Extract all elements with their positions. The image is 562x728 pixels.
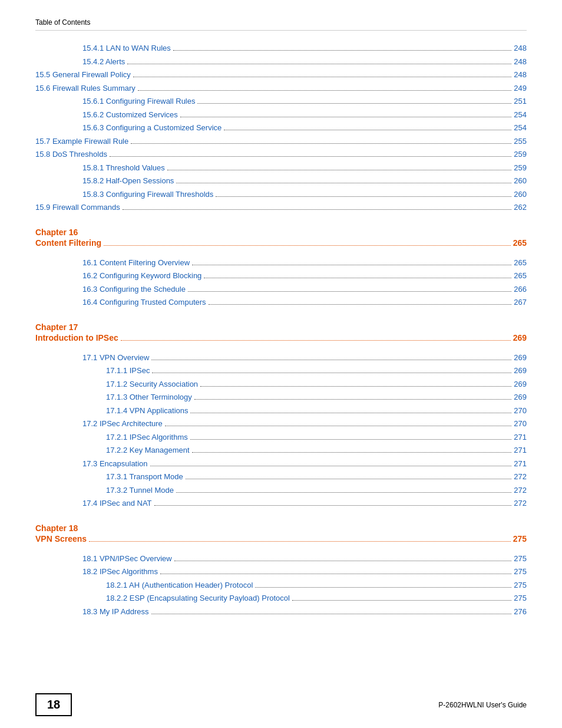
entry-title: 17.3 Encapsulation xyxy=(82,458,148,470)
entry-title: 15.8.3 Configuring Firewall Thresholds xyxy=(82,189,213,200)
toc-entry: 15.4.1 LAN to WAN Rules248 xyxy=(82,42,527,54)
entry-title: 15.4.1 LAN to WAN Rules xyxy=(82,42,171,54)
entry-page-number: 272 xyxy=(514,471,527,483)
toc-entry: 17.1 VPN Overview269 xyxy=(82,352,527,364)
chapter-dots xyxy=(89,541,510,542)
entry-page-number: 259 xyxy=(514,162,527,174)
entry-page-number: 272 xyxy=(514,498,527,509)
toc-entry: 15.8.2 Half-Open Sessions260 xyxy=(82,175,527,187)
toc-entry: 17.3 Encapsulation271 xyxy=(82,458,527,470)
footer-page-number: 18 xyxy=(35,693,72,716)
toc-entry: 15.8.1 Threshold Values259 xyxy=(82,162,527,174)
entry-dots xyxy=(138,90,512,91)
entry-page-number: 271 xyxy=(514,444,527,456)
entry-page-number: 275 xyxy=(514,553,527,565)
chapter-label: Chapter 18 xyxy=(35,523,78,533)
toc-entry: 18.2.2 ESP (Encapsulating Security Paylo… xyxy=(106,592,527,604)
entry-page-number: 271 xyxy=(514,458,527,470)
chapter-title: VPN Screens xyxy=(35,534,87,543)
entry-page-number: 260 xyxy=(514,189,527,200)
entry-title: 17.1.3 Other Terminology xyxy=(106,391,192,403)
chapter-dots xyxy=(121,340,511,341)
chapter-label: Chapter 16 xyxy=(35,228,78,237)
entry-title: 15.8 DoS Thresholds xyxy=(35,149,107,160)
toc-entry: 15.6.1 Configuring Firewall Rules251 xyxy=(82,95,527,107)
entry-title: 17.1.2 Security Association xyxy=(106,378,198,390)
chapter-heading: Chapter 16 xyxy=(35,228,527,237)
entry-dots xyxy=(131,143,511,144)
entry-page-number: 270 xyxy=(514,418,527,430)
entry-title: 15.4.2 Alerts xyxy=(82,56,125,68)
chapter-title: Introduction to IPSec xyxy=(35,333,118,342)
chapter-page-number: 265 xyxy=(513,238,527,248)
toc-entry: 17.1.1 IPSec269 xyxy=(106,365,527,377)
chapter-title-line: VPN Screens275 xyxy=(35,534,527,543)
entry-dots xyxy=(209,304,512,305)
entry-page-number: 272 xyxy=(514,485,527,496)
entry-title: 17.1.4 VPN Applications xyxy=(106,405,188,417)
entry-title: 16.4 Configuring Trusted Computers xyxy=(82,297,206,308)
entry-page-number: 266 xyxy=(514,284,527,295)
entry-dots xyxy=(165,426,511,426)
toc-entry: 15.6.2 Customized Services254 xyxy=(82,109,527,121)
entry-dots xyxy=(174,561,512,561)
entry-dots xyxy=(176,492,511,493)
entry-page-number: 249 xyxy=(514,83,527,94)
entry-dots xyxy=(192,265,511,265)
entry-title: 17.3.1 Transport Mode xyxy=(106,471,183,483)
toc-entry: 17.1.2 Security Association269 xyxy=(106,378,527,390)
entry-title: 17.4 IPSec and NAT xyxy=(82,498,152,509)
entry-page-number: 248 xyxy=(514,69,527,81)
entry-dots xyxy=(152,373,511,373)
chapter-page-number: 269 xyxy=(513,333,527,342)
entry-title: 15.6.3 Configuring a Customized Service xyxy=(82,122,222,134)
chapter-entries: 18.1 VPN/IPSec Overview27518.2 IPSec Alg… xyxy=(35,553,527,618)
chapter-entries: 17.1 VPN Overview26917.1.1 IPSec26917.1.… xyxy=(35,352,527,509)
toc-entry: 17.3.1 Transport Mode272 xyxy=(106,471,527,483)
entry-title: 16.3 Configuring the Schedule xyxy=(82,284,186,295)
entry-dots xyxy=(224,130,511,130)
toc-entry: 18.2.1 AH (Authentication Header) Protoc… xyxy=(106,579,527,591)
entry-page-number: 275 xyxy=(514,592,527,604)
entry-page-number: 269 xyxy=(514,352,527,364)
entry-dots xyxy=(197,103,511,104)
entry-page-number: 248 xyxy=(514,42,527,54)
entry-page-number: 265 xyxy=(514,257,527,269)
entry-title: 17.3.2 Tunnel Mode xyxy=(106,485,174,496)
chapter-dots xyxy=(104,245,511,246)
entry-page-number: 251 xyxy=(514,95,527,107)
entry-page-number: 259 xyxy=(514,149,527,160)
entry-title: 15.8.1 Threshold Values xyxy=(82,162,165,174)
entry-page-number: 269 xyxy=(514,365,527,377)
entry-title: 15.6.1 Configuring Firewall Rules xyxy=(82,95,195,107)
entry-page-number: 271 xyxy=(514,431,527,443)
entry-page-number: 269 xyxy=(514,378,527,390)
entry-title: 15.9 Firewall Commands xyxy=(35,202,120,213)
footer-guide-name: P-2602HWLNI User's Guide xyxy=(438,701,527,709)
entry-page-number: 254 xyxy=(514,122,527,134)
chapter-label: Chapter 17 xyxy=(35,322,78,332)
entry-page-number: 254 xyxy=(514,109,527,121)
entry-page-number: 275 xyxy=(514,566,527,578)
entry-dots xyxy=(173,50,511,51)
entry-title: 17.1 VPN Overview xyxy=(82,352,149,364)
entry-page-number: 269 xyxy=(514,391,527,403)
entry-dots xyxy=(151,614,512,614)
entry-title: 16.2 Configuring Keyword Blocking xyxy=(82,270,201,282)
toc-entry: 16.4 Configuring Trusted Computers267 xyxy=(82,297,527,308)
entry-page-number: 270 xyxy=(514,405,527,417)
entry-page-number: 275 xyxy=(514,579,527,591)
entry-dots xyxy=(176,183,511,183)
entry-dots xyxy=(200,386,511,387)
chapter-heading: Chapter 18 xyxy=(35,523,527,533)
entry-dots xyxy=(194,399,512,400)
toc-entry: 15.7 Example Firewall Rule255 xyxy=(35,136,527,147)
entry-title: 15.7 Example Firewall Rule xyxy=(35,136,128,147)
entry-page-number: 276 xyxy=(514,606,527,618)
entry-dots xyxy=(180,117,511,117)
entry-dots xyxy=(167,170,512,170)
toc-entry: 17.2.2 Key Management271 xyxy=(106,444,527,456)
entry-dots xyxy=(190,413,511,413)
entry-dots xyxy=(127,64,511,64)
toc-section-top: 15.4.1 LAN to WAN Rules24815.4.2 Alerts2… xyxy=(35,42,527,213)
